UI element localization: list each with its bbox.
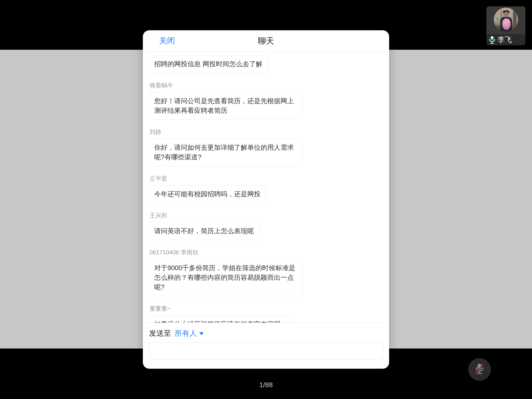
message-input[interactable] bbox=[149, 343, 383, 360]
mic-muted-icon bbox=[473, 363, 486, 376]
microphone-muted-button[interactable] bbox=[468, 358, 491, 381]
participant-video-tile[interactable]: 李飞 bbox=[486, 6, 525, 45]
chat-message: 董董董~ 如果没什么经历和奖项应该怎样丰富内容呢、 bbox=[149, 305, 383, 323]
avatar-photo-door bbox=[513, 8, 516, 27]
avatar-photo-bouquet bbox=[502, 18, 511, 30]
message-bubble: 你好，请问如何去更加详细了解单位的用人需求呢?有哪些渠道? bbox=[149, 139, 303, 166]
message-bubble: 您好！请问公司是先查看简历，还是先根据网上测评结果再看应聘者简历 bbox=[149, 92, 303, 120]
participant-name: 李飞 bbox=[498, 35, 512, 45]
message-sender-name: 061710406 李雨欣 bbox=[150, 249, 383, 256]
avatar-photo-face bbox=[504, 12, 509, 17]
page-indicator: 1/88 bbox=[0, 381, 532, 389]
message-sender-name: 王兴邦 bbox=[150, 212, 383, 219]
chat-message: 王兴邦 请问英语不好，简历上怎么表现呢 bbox=[149, 212, 383, 240]
chat-message-list[interactable]: 招聘的网投信息 网投时间怎么去了解 骑着蜗牛 您好！请问公司是先查看简历，还是先… bbox=[143, 52, 389, 323]
message-bubble: 对于9000千多份简历，学姐在筛选的时候标准是怎么样的？有哪些内容的简历容易脱颖… bbox=[149, 259, 303, 296]
participant-avatar bbox=[494, 8, 518, 32]
message-bubble: 招聘的网投信息 网投时间怎么去了解 bbox=[149, 55, 268, 73]
chat-message: 立平君 今年还可能有校园招聘吗，还是网投 bbox=[149, 175, 383, 203]
mic-active-icon bbox=[489, 36, 495, 44]
chat-composer: 发送至 所有人 bbox=[143, 323, 389, 369]
send-to-label: 发送至 bbox=[149, 328, 171, 338]
chevron-down-icon bbox=[199, 332, 204, 335]
avatar-photo-sign bbox=[496, 17, 499, 21]
meeting-screen: 李飞 关闭 聊天 招聘的网投信息 网投时间怎么去了解 骑着蜗牛 您好！请问公司是… bbox=[0, 0, 532, 399]
message-bubble: 请问英语不好，简历上怎么表现呢 bbox=[149, 222, 259, 240]
chat-modal: 关闭 聊天 招聘的网投信息 网投时间怎么去了解 骑着蜗牛 您好！请问公司是先查看… bbox=[143, 30, 389, 369]
message-sender-name: 骑着蜗牛 bbox=[150, 82, 383, 89]
message-bubble: 如果没什么经历和奖项应该怎样丰富内容呢、 bbox=[149, 315, 292, 323]
chat-message: 招聘的网投信息 网投时间怎么去了解 bbox=[149, 55, 383, 73]
message-bubble: 今年还可能有校园招聘吗，还是网投 bbox=[149, 185, 266, 203]
recipient-name: 所有人 bbox=[175, 328, 197, 338]
chat-message: 骑着蜗牛 您好！请问公司是先查看简历，还是先根据网上测评结果再看应聘者简历 bbox=[149, 82, 383, 120]
participant-label-bar: 李飞 bbox=[486, 34, 525, 45]
message-sender-name: 刘婷 bbox=[150, 129, 383, 135]
chat-message: 061710406 李雨欣 对于9000千多份简历，学姐在筛选的时候标准是怎么样… bbox=[149, 249, 383, 296]
chat-title: 聊天 bbox=[143, 30, 389, 51]
message-sender-name: 董董董~ bbox=[150, 305, 383, 312]
chat-modal-header: 关闭 聊天 bbox=[143, 30, 389, 52]
recipient-selector[interactable]: 所有人 bbox=[175, 328, 204, 338]
message-sender-name: 立平君 bbox=[150, 175, 383, 182]
send-to-row: 发送至 所有人 bbox=[149, 328, 383, 338]
chat-message: 刘婷 你好，请问如何去更加详细了解单位的用人需求呢?有哪些渠道? bbox=[149, 129, 383, 166]
